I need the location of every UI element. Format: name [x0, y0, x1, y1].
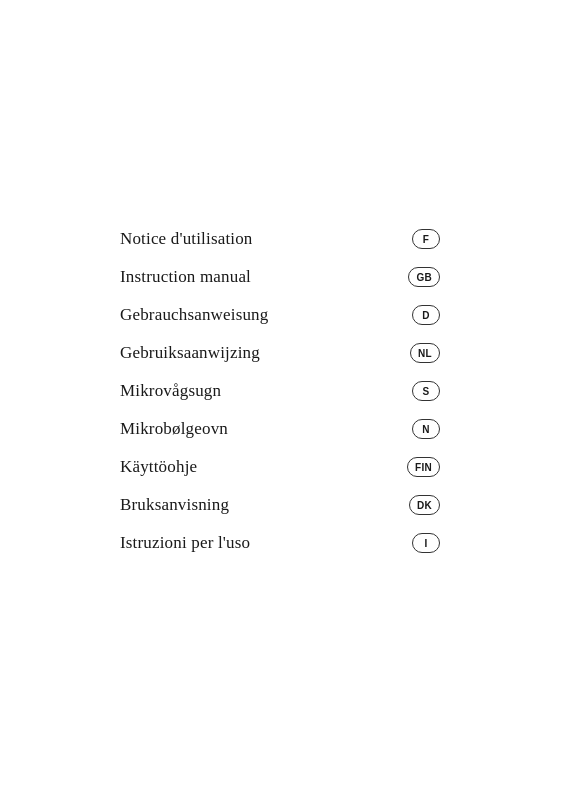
manual-item-bruksanvisning: BruksanvisningDK — [120, 495, 440, 515]
manual-label-bruksanvisning: Bruksanvisning — [120, 495, 229, 515]
manual-item-kayttoohjе: KäyttöohjeFIN — [120, 457, 440, 477]
manual-label-kayttoohjе: Käyttöohje — [120, 457, 197, 477]
manual-label-gebrauchsanweisung: Gebrauchsanweisung — [120, 305, 268, 325]
lang-badge-instruction-manual: GB — [408, 267, 440, 287]
lang-badge-gebruiksaanwijzing: NL — [410, 343, 440, 363]
manual-item-notice-utilisation: Notice d'utilisationF — [120, 229, 440, 249]
manual-item-instruction-manual: Instruction manualGB — [120, 267, 440, 287]
manual-label-instruction-manual: Instruction manual — [120, 267, 251, 287]
lang-badge-mikrovagsugn: S — [412, 381, 440, 401]
manual-label-gebruiksaanwijzing: Gebruiksaanwijzing — [120, 343, 260, 363]
manual-label-mikrovagsugn: Mikrovågsugn — [120, 381, 221, 401]
manual-label-notice-utilisation: Notice d'utilisation — [120, 229, 253, 249]
manual-item-mikrobolgeovn: MikrobølgeovnN — [120, 419, 440, 439]
lang-badge-kayttoohjе: FIN — [407, 457, 440, 477]
manual-item-mikrovagsugn: MikrovågsugnS — [120, 381, 440, 401]
page-content: Notice d'utilisationFInstruction manualG… — [0, 0, 565, 800]
manual-label-istruzioni-per-luso: Istruzioni per l'uso — [120, 533, 250, 553]
manual-item-gebrauchsanweisung: GebrauchsanweisungD — [120, 305, 440, 325]
lang-badge-gebrauchsanweisung: D — [412, 305, 440, 325]
manual-item-gebruiksaanwijzing: GebruiksaanwijzingNL — [120, 343, 440, 363]
manual-label-mikrobolgeovn: Mikrobølgeovn — [120, 419, 228, 439]
lang-badge-mikrobolgeovn: N — [412, 419, 440, 439]
lang-badge-notice-utilisation: F — [412, 229, 440, 249]
lang-badge-istruzioni-per-luso: I — [412, 533, 440, 553]
manual-item-istruzioni-per-luso: Istruzioni per l'usoI — [120, 533, 440, 553]
lang-badge-bruksanvisning: DK — [409, 495, 440, 515]
